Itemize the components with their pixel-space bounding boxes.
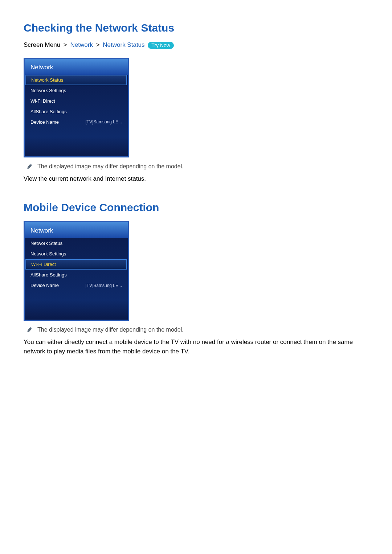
menu-item-label: Network Status <box>31 77 63 83</box>
menu-item-label: Device Name <box>30 283 59 288</box>
tv-menu-header: Network <box>25 222 128 238</box>
tv-menu-item-network-status[interactable]: Network Status <box>25 238 128 249</box>
note-row: The displayed image may differ depending… <box>27 327 368 334</box>
tv-menu-item-allshare-settings[interactable]: AllShare Settings <box>25 270 128 280</box>
tv-menu-body: Network Status Network Settings Wi-Fi Di… <box>25 238 128 320</box>
breadcrumb: Screen Menu > Network > Network Status T… <box>24 41 368 49</box>
note-text: The displayed image may differ depending… <box>37 163 184 170</box>
tv-menu-header: Network <box>25 59 128 75</box>
breadcrumb-sep: > <box>64 41 67 48</box>
menu-item-label: Network Settings <box>30 88 66 93</box>
tv-menu-item-device-name[interactable]: Device Name [TV]Samsung LE... <box>25 280 128 291</box>
section-body-text: You can either directly connect a mobile… <box>24 337 368 356</box>
pencil-icon <box>26 163 34 171</box>
section-body-text: View the current network and Internet st… <box>24 174 368 184</box>
try-now-button[interactable]: Try Now <box>148 42 174 49</box>
section-title-network-status: Checking the Network Status <box>24 22 368 34</box>
tv-menu-item-network-status[interactable]: Network Status <box>25 75 127 85</box>
menu-item-label: Network Status <box>30 241 62 246</box>
breadcrumb-link-network-status[interactable]: Network Status <box>103 41 144 48</box>
tv-menu-item-wifi-direct[interactable]: Wi-Fi Direct <box>25 96 128 106</box>
section-title-mobile-connection: Mobile Device Connection <box>24 201 368 214</box>
menu-item-label: Network Settings <box>30 251 66 257</box>
tv-menu-body: Network Status Network Settings Wi-Fi Di… <box>25 75 128 156</box>
menu-item-label: AllShare Settings <box>30 109 67 114</box>
menu-item-value: [TV]Samsung LE... <box>85 119 122 124</box>
breadcrumb-link-network[interactable]: Network <box>70 41 93 48</box>
menu-item-label: Wi-Fi Direct <box>30 98 55 104</box>
menu-item-label: Wi-Fi Direct <box>31 262 56 267</box>
menu-item-value: [TV]Samsung LE... <box>85 283 122 288</box>
tv-menu-item-device-name[interactable]: Device Name [TV]Samsung LE... <box>25 117 128 127</box>
tv-menu-item-allshare-settings[interactable]: AllShare Settings <box>25 106 128 117</box>
tv-menu-panel: Network Network Status Network Settings … <box>24 58 129 157</box>
note-text: The displayed image may differ depending… <box>37 327 184 333</box>
note-row: The displayed image may differ depending… <box>27 163 368 171</box>
tv-menu-item-network-settings[interactable]: Network Settings <box>25 249 128 259</box>
tv-menu-item-wifi-direct[interactable]: Wi-Fi Direct <box>25 259 127 270</box>
tv-menu-item-network-settings[interactable]: Network Settings <box>25 85 128 96</box>
menu-item-label: Device Name <box>30 119 59 125</box>
breadcrumb-sep: > <box>96 41 100 48</box>
tv-menu-panel: Network Network Status Network Settings … <box>24 221 129 321</box>
pencil-icon <box>26 327 34 335</box>
breadcrumb-prefix: Screen Menu <box>24 41 60 48</box>
menu-item-label: AllShare Settings <box>30 272 67 278</box>
